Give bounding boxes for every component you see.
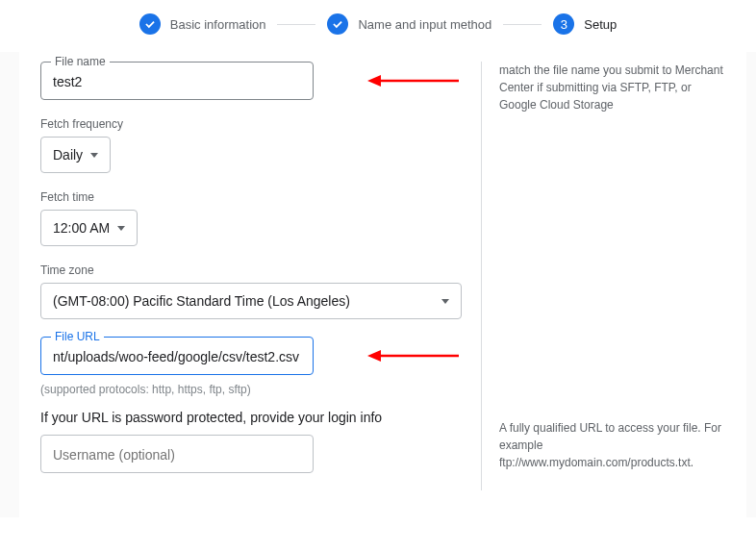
step1-label: Basic information bbox=[170, 17, 266, 32]
chevron-down-icon bbox=[117, 226, 125, 231]
file-url-help: A fully qualified URL to access your fil… bbox=[499, 419, 725, 477]
chevron-down-icon bbox=[441, 299, 449, 304]
step2-label: Name and input method bbox=[358, 17, 491, 32]
file-name-help: match the file name you submit to Mercha… bbox=[499, 62, 725, 119]
fetch-time-label: Fetch time bbox=[40, 190, 462, 204]
help-column: match the file name you submit to Mercha… bbox=[481, 62, 725, 490]
username-input[interactable] bbox=[53, 447, 301, 463]
annotation-arrow-icon bbox=[367, 73, 459, 88]
time-zone-select[interactable]: (GMT-08:00) Pacific Standard Time (Los A… bbox=[40, 283, 462, 319]
file-url-hint: (supported protocols: http, https, ftp, … bbox=[40, 383, 462, 396]
file-name-field[interactable]: File name bbox=[40, 62, 314, 100]
file-name-label: File name bbox=[51, 55, 110, 68]
file-url-label: File URL bbox=[51, 330, 104, 343]
step-basic-info[interactable]: Basic information bbox=[139, 13, 266, 35]
step-setup[interactable]: 3 Setup bbox=[553, 13, 617, 35]
annotation-arrow-icon bbox=[367, 348, 459, 363]
step3-label: Setup bbox=[584, 17, 617, 32]
fetch-frequency-label: Fetch frequency bbox=[40, 117, 462, 131]
step-divider bbox=[503, 24, 542, 25]
fetch-time-select[interactable]: 12:00 AM bbox=[40, 210, 138, 246]
check-icon bbox=[139, 13, 161, 35]
svg-marker-3 bbox=[367, 350, 381, 362]
check-icon bbox=[327, 13, 348, 35]
time-zone-label: Time zone bbox=[40, 263, 462, 277]
step-divider bbox=[277, 24, 315, 25]
step-name-input[interactable]: Name and input method bbox=[327, 13, 491, 35]
svg-marker-1 bbox=[367, 75, 381, 87]
file-url-input[interactable] bbox=[53, 349, 301, 364]
fetch-frequency-value: Daily bbox=[53, 147, 83, 163]
step3-number: 3 bbox=[553, 13, 574, 35]
username-field[interactable] bbox=[40, 435, 314, 473]
stepper: Basic information Name and input method … bbox=[0, 0, 756, 52]
login-info-text: If your URL is password protected, provi… bbox=[40, 410, 462, 425]
form-column: File name Fetch frequency Daily Fetch ti… bbox=[40, 62, 481, 490]
fetch-frequency-select[interactable]: Daily bbox=[40, 137, 111, 173]
time-zone-value: (GMT-08:00) Pacific Standard Time (Los A… bbox=[53, 293, 350, 309]
file-name-input[interactable] bbox=[53, 74, 301, 89]
fetch-time-value: 12:00 AM bbox=[53, 220, 110, 236]
file-url-field[interactable]: File URL bbox=[40, 337, 314, 375]
chevron-down-icon bbox=[90, 153, 98, 158]
